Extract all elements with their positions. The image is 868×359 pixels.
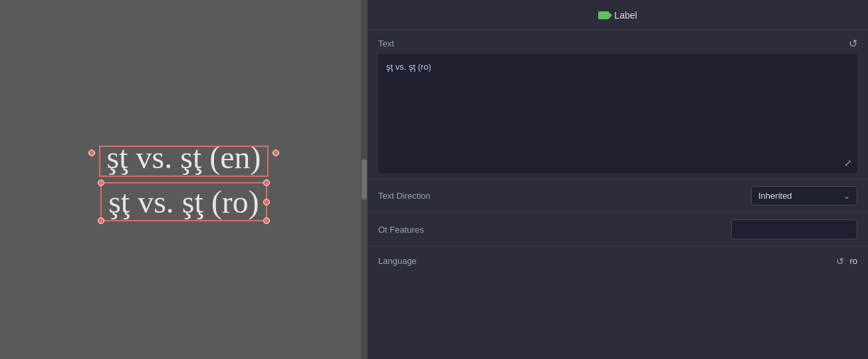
label-tag-icon bbox=[598, 11, 609, 19]
panel-header: Label bbox=[368, 0, 868, 31]
text-reset-icon[interactable]: ↺ bbox=[849, 37, 857, 50]
handle-br[interactable] bbox=[263, 217, 270, 224]
canvas-text-en: şţ vs. şţ (en) bbox=[107, 140, 261, 175]
canvas-scrollbar-thumb[interactable] bbox=[362, 160, 367, 199]
dropdown-arrow-icon: ⌄ bbox=[843, 191, 850, 201]
language-value-container: ↺ ro bbox=[471, 256, 857, 267]
selection-container-ro: şţ vs. şţ (ro) bbox=[108, 183, 259, 220]
expand-icon[interactable]: ⤢ bbox=[844, 158, 852, 168]
handle-bl[interactable] bbox=[98, 217, 104, 224]
text-line-ro: şţ vs. şţ (ro) bbox=[108, 183, 259, 220]
panel-body[interactable]: Text ↺ şţ vs. şţ (ro) ⤢ Text Direction I… bbox=[368, 31, 868, 359]
ot-features-row: Ot Features bbox=[368, 212, 868, 246]
text-direction-row: Text Direction Inherited ⌄ bbox=[368, 179, 868, 212]
text-direction-dropdown[interactable]: Inherited ⌄ bbox=[751, 186, 857, 205]
handle-en-tl[interactable] bbox=[88, 150, 95, 156]
text-input-content: şţ vs. şţ (ro) bbox=[386, 60, 849, 74]
handle-tr[interactable] bbox=[263, 180, 270, 186]
canvas-text-ro: şţ vs. şţ (ro) bbox=[108, 184, 259, 219]
language-row: Language ↺ ro bbox=[368, 246, 868, 275]
text-direction-value: Inherited ⌄ bbox=[471, 186, 857, 205]
handle-mr[interactable] bbox=[263, 199, 270, 205]
canvas-area: şţ vs. şţ (en) şţ vs. şţ (ro) bbox=[0, 0, 368, 359]
ot-features-input[interactable] bbox=[731, 219, 857, 239]
panel-title-text: Label bbox=[614, 10, 637, 21]
language-value-text: ro bbox=[849, 256, 857, 266]
language-reset-icon[interactable]: ↺ bbox=[836, 256, 844, 267]
handle-en-tr[interactable] bbox=[272, 150, 279, 156]
text-section-header: Text ↺ bbox=[368, 31, 868, 54]
ot-features-value bbox=[471, 219, 857, 239]
text-line-en: şţ vs. şţ (en) bbox=[107, 139, 261, 176]
right-panel: Label Text ↺ şţ vs. şţ (ro) ⤢ Text Direc… bbox=[368, 0, 868, 359]
ot-features-label: Ot Features bbox=[378, 225, 471, 235]
text-direction-label: Text Direction bbox=[378, 191, 471, 201]
text-input-area[interactable]: şţ vs. şţ (ro) ⤢ bbox=[378, 54, 857, 174]
language-label: Language bbox=[378, 256, 471, 266]
handle-tl[interactable] bbox=[98, 180, 104, 186]
panel-title: Label bbox=[598, 10, 637, 21]
canvas-content: şţ vs. şţ (en) şţ vs. şţ (ro) bbox=[107, 139, 261, 220]
text-label: Text bbox=[378, 39, 394, 49]
right-panel-wrapper: Label Text ↺ şţ vs. şţ (ro) ⤢ Text Direc… bbox=[368, 0, 868, 359]
text-direction-dropdown-value: Inherited bbox=[758, 191, 792, 201]
canvas-scrollbar[interactable] bbox=[361, 0, 368, 359]
